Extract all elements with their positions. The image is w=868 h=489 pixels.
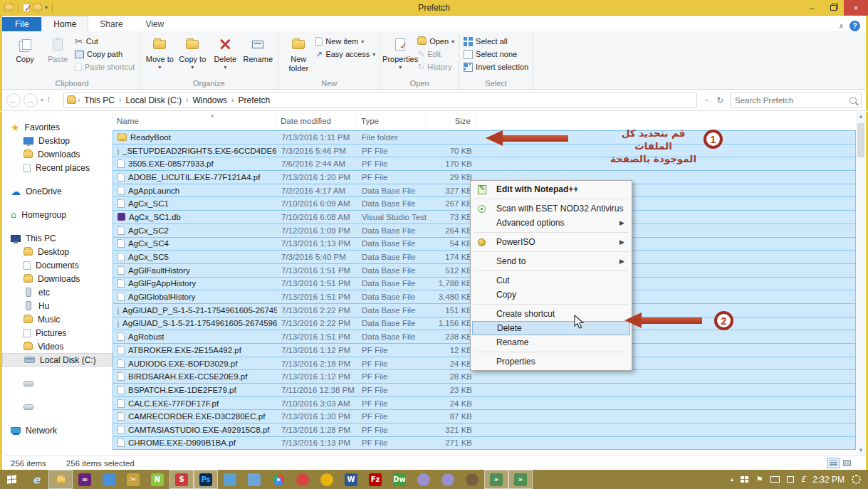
ribbon-button-edit[interactable]: ✎Edit — [417, 48, 454, 61]
sidebar-item-music[interactable]: Music — [2, 312, 113, 326]
column-header-date-modified[interactable]: Date modified — [276, 115, 357, 127]
ribbon-button-invert-selection[interactable]: Invert selection — [464, 61, 528, 73]
taskbar-app-camtasia-recorder[interactable]: S — [169, 470, 194, 489]
ribbon-button-new-item[interactable]: New item▾ — [315, 35, 375, 48]
taskbar-app-word[interactable]: W — [339, 470, 363, 489]
windows-defender-icon[interactable] — [741, 476, 749, 483]
breadcrumb-segment-prefetch[interactable]: Prefetch — [235, 95, 273, 105]
taskbar-app-purple-round-app-1[interactable] — [412, 470, 436, 489]
taskbar-app-photoshop[interactable]: Ps — [194, 470, 218, 489]
sidebar-item-pictures[interactable]: Pictures — [2, 326, 113, 340]
search-box[interactable] — [730, 93, 862, 108]
taskbar-app-internet-explorer[interactable]: e — [24, 470, 48, 489]
taskbar-app-notepad-plus-plus[interactable]: N — [145, 470, 169, 489]
breadcrumb-segment-windows[interactable]: Windows — [189, 95, 230, 105]
column-header-size[interactable]: Size — [426, 115, 476, 127]
sidebar-item-downloads[interactable]: Downloads — [2, 147, 113, 161]
file-row-readyboot[interactable]: ReadyBoot7/13/2016 1:11 PMFile folder — [113, 130, 856, 144]
explorer-folder-icon[interactable] — [4, 4, 14, 11]
ribbon-button-move-to[interactable]: Move to▾ — [144, 33, 175, 74]
breadcrumb-segment-local-disk-c[interactable]: Local Disk (C:) — [122, 95, 184, 105]
ribbon-collapse-icon[interactable]: ∧ — [839, 22, 844, 30]
file-row-birdsarah-exe-cc5e20e9-pf[interactable]: BIRDSARAH.EXE-CC5E20E9.pf7/13/2016 1:12 … — [113, 369, 856, 383]
breadcrumb-segment-this-pc[interactable]: This PC — [81, 95, 117, 105]
sidebar-item-recent-places[interactable]: Recent places — [2, 161, 113, 174]
sidebar-item-etc[interactable]: etc — [2, 285, 113, 299]
dropdown-arrow-icon[interactable]: ▾ — [45, 4, 48, 11]
sidebar-item-network[interactable]: Network — [2, 424, 113, 437]
menu-item-cut[interactable]: Cut — [472, 273, 630, 288]
ribbon-button-rename[interactable]: Rename — [242, 33, 273, 74]
file-row-3505-exe-08577933-pf[interactable]: 3505.EXE-08577933.pf7/6/2016 2:44 AMPF F… — [113, 157, 856, 170]
file-row-camtasiastudio-exe-a92915c8-pf[interactable]: CAMTASIASTUDIO.EXE-A92915C8.pf7/13/2016 … — [113, 423, 856, 436]
ribbon-button-easy-access[interactable]: ↗Easy access▾ — [315, 48, 375, 61]
taskbar-app-dreamweaver[interactable]: Dw — [387, 470, 412, 489]
taskbar-app-file-explorer[interactable] — [48, 470, 73, 489]
menu-item-scan-with-eset-nod32-antivirus[interactable]: Scan with ESET NOD32 Antivirus — [472, 201, 630, 216]
start-button[interactable] — [0, 470, 24, 489]
taskbar-app-notes-app[interactable] — [242, 470, 266, 489]
taskbar-app-cat-app[interactable] — [460, 470, 484, 489]
tab-file[interactable]: File — [2, 17, 41, 31]
scroll-up-icon[interactable]: ▲ — [856, 112, 866, 122]
details-view-button[interactable] — [827, 458, 840, 468]
display-tray-icon[interactable] — [770, 476, 780, 483]
search-input[interactable] — [735, 96, 849, 105]
ribbon-button-new-folder[interactable]: New folder — [283, 33, 314, 74]
sidebar-item-documents[interactable]: Documents — [2, 258, 113, 272]
sidebar-item-drive[interactable] — [2, 377, 113, 390]
action-center-flag-icon[interactable]: ⚑ — [756, 475, 763, 484]
sidebar-item-local-disk-c[interactable]: Local Disk (C:) — [2, 353, 113, 367]
refresh-icon[interactable]: ↻ — [713, 95, 727, 105]
menu-item-delete[interactable]: Delete — [472, 321, 630, 335]
history-dropdown-icon[interactable]: ▾ — [41, 97, 43, 103]
up-button[interactable]: ↑ — [46, 93, 61, 107]
file-row-bspatch-exe-1de2fe79-pf[interactable]: BSPATCH.EXE-1DE2FE79.pf7/11/2016 12:38 P… — [113, 383, 856, 396]
menu-item-copy[interactable]: Copy — [472, 288, 630, 302]
brightness-sun-icon[interactable] — [852, 475, 861, 484]
forward-button[interactable]: → — [23, 93, 38, 107]
file-row-calc-exe-77fdf17f-pf[interactable]: CALC.EXE-77FDF17F.pf7/10/2016 3:03 AMPF … — [113, 396, 856, 410]
location-tray-icon[interactable] — [787, 476, 794, 483]
restore-button[interactable] — [822, 0, 844, 16]
ribbon-button-select-none[interactable]: Select none — [464, 48, 528, 61]
ribbon-button-cut[interactable]: ✂Cut — [75, 35, 135, 48]
menu-item-properties[interactable]: Properties — [472, 354, 630, 369]
taskbar-app-tools-app[interactable]: ✂ — [121, 470, 145, 489]
taskbar-app-blue-window-app[interactable] — [97, 470, 121, 489]
ribbon-button-open[interactable]: Open▾ — [417, 35, 454, 48]
address-dropdown-icon[interactable]: ⌄ — [700, 95, 713, 105]
search-icon[interactable] — [849, 97, 857, 104]
sidebar-item-favorites[interactable]: ★Favorites — [2, 120, 113, 134]
ribbon-button-copy-to[interactable]: Copy to▾ — [177, 33, 208, 74]
scrollbar-thumb[interactable] — [857, 123, 864, 157]
breadcrumb[interactable]: ›This PC›Local Disk (C:)›Windows›Prefetc… — [63, 93, 697, 108]
menu-item-create-shortcut[interactable]: Create shortcut — [472, 307, 630, 321]
eset-tray-icon[interactable]: Ɛ — [801, 475, 806, 484]
sidebar-item-hu[interactable]: Hu — [2, 299, 113, 312]
taskbar-clock[interactable]: 2:32 PM — [812, 475, 845, 485]
column-header-name[interactable]: Name — [113, 115, 276, 127]
taskbar-app-export-app-2[interactable]: » — [508, 470, 533, 489]
sidebar-item-desktop[interactable]: Desktop — [2, 134, 113, 147]
file-row-chrome-exe-d999b1ba-pf[interactable]: CHROME.EXE-D999B1BA.pf7/13/2016 1:13 PMP… — [113, 436, 856, 450]
taskbar-app-yellow-round-app[interactable] — [315, 470, 339, 489]
taskbar-app-red-round-app[interactable] — [291, 470, 315, 489]
sidebar-item-drive[interactable] — [2, 400, 113, 414]
ribbon-button-history[interactable]: ↻History — [417, 61, 454, 73]
ribbon-button-properties[interactable]: Properties▾ — [385, 33, 416, 74]
app-icon[interactable] — [23, 4, 30, 12]
tray-expand-icon[interactable]: ▴ — [731, 476, 733, 483]
tab-share[interactable]: Share — [88, 17, 134, 31]
file-row-camrecorder-exe-d3c280ec-pf[interactable]: CAMRECORDER.EXE-D3C280EC.pf7/13/2016 1:3… — [113, 409, 856, 423]
sidebar-item-downloads[interactable]: Downloads — [2, 272, 113, 285]
sidebar-item-this-pc[interactable]: This PC — [2, 231, 113, 245]
close-button[interactable]: × — [844, 0, 868, 16]
sidebar-item-onedrive[interactable]: ☁OneDrive — [2, 184, 113, 198]
help-icon[interactable]: ? — [849, 21, 860, 31]
tab-view[interactable]: View — [134, 17, 175, 31]
tab-home[interactable]: Home — [41, 16, 88, 31]
menu-item-advanced-options[interactable]: Advanced options▶ — [472, 216, 630, 230]
taskbar-app-purple-round-app-2[interactable] — [436, 470, 460, 489]
scroll-down-icon[interactable]: ▼ — [856, 446, 866, 456]
